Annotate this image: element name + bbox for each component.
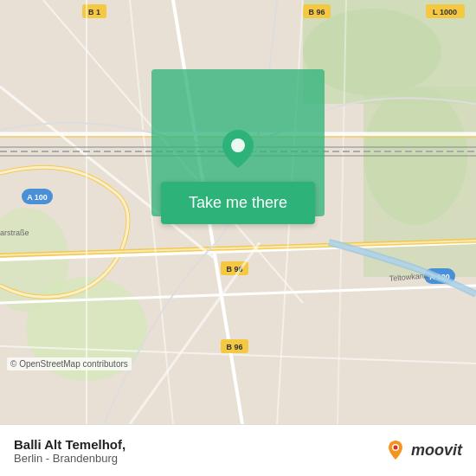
- map-pin: [222, 130, 254, 171]
- bottom-bar: Balli Alt Temelhof, Berlin - Brandenburg…: [0, 424, 476, 476]
- svg-text:L 1000: L 1000: [433, 8, 457, 16]
- svg-text:arstraße: arstraße: [0, 228, 29, 237]
- svg-point-41: [231, 138, 245, 152]
- osm-attribution: © OpenStreetMap contributors: [7, 357, 132, 370]
- location-info: Balli Alt Temelhof, Berlin - Brandenburg: [14, 437, 125, 465]
- moovit-logo: moovit: [383, 439, 462, 463]
- moovit-icon: [383, 439, 408, 463]
- svg-text:B 96: B 96: [308, 8, 325, 16]
- location-sub: Berlin - Brandenburg: [14, 452, 125, 465]
- svg-point-44: [393, 445, 397, 449]
- map-container: B 1 B 96 L 1000 B 96 B 96 A 100 A 100 Te…: [0, 0, 476, 424]
- svg-text:B 96: B 96: [226, 343, 242, 351]
- svg-text:B 1: B 1: [88, 8, 100, 16]
- moovit-logo-text: moovit: [411, 441, 462, 460]
- svg-rect-4: [363, 87, 476, 277]
- take-me-there-button[interactable]: Take me there: [161, 182, 315, 224]
- location-name: Balli Alt Temelhof,: [14, 437, 125, 452]
- svg-text:A 100: A 100: [27, 193, 48, 202]
